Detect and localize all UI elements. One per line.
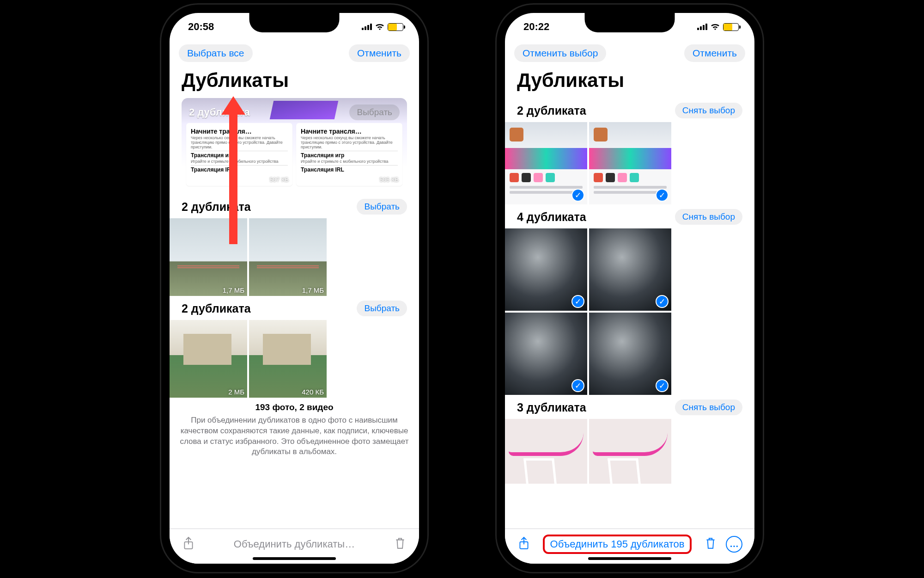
home-indicator	[253, 557, 336, 560]
phone-left: 20:58 Выбрать все Отменить Дубликаты 2 д…	[161, 5, 427, 572]
wifi-icon	[375, 23, 385, 31]
deselect-button[interactable]: Снять выбор	[675, 103, 742, 118]
annotation-arrow	[221, 96, 245, 244]
duplicates-list[interactable]: 2 дубликата Выбрать Начните трансля… Чер…	[170, 98, 419, 529]
file-size: 1,7 МБ	[302, 286, 324, 294]
cellular-icon	[697, 24, 707, 30]
group-title: 2 дубликата	[517, 104, 586, 117]
status-time: 20:22	[523, 21, 549, 33]
share-icon[interactable]	[517, 536, 531, 552]
wifi-icon	[710, 23, 720, 31]
notch	[249, 13, 340, 32]
selected-check-icon: ✓	[656, 189, 669, 202]
trash-icon[interactable]	[393, 536, 407, 552]
group-title: 4 дубликата	[517, 210, 586, 224]
duplicates-list[interactable]: 2 дубликата Снять выбор ✓ ✓	[505, 98, 754, 529]
share-icon[interactable]	[182, 536, 195, 552]
duplicate-group: 2 дубликата Выбрать Начните трансля… Чер…	[182, 98, 407, 191]
deselect-button[interactable]: Отменить выбор	[514, 44, 606, 62]
cancel-button[interactable]: Отменить	[349, 44, 410, 62]
photo-thumb[interactable]: ✓	[505, 228, 587, 311]
page-title: Дубликаты	[170, 68, 419, 98]
annotation-highlight: Объединить 195 дубликатов	[543, 535, 692, 554]
merge-button: Объединить дубликаты…	[234, 538, 355, 550]
deselect-button[interactable]: Снять выбор	[675, 209, 742, 225]
photo-thumb[interactable]: 2 МБ	[170, 320, 247, 398]
more-icon[interactable]: …	[726, 536, 742, 553]
trash-icon[interactable]	[704, 536, 717, 552]
phone-right: 20:22 Отменить выбор Отменить Дубликаты …	[497, 5, 763, 572]
summary-text: 193 фото, 2 видео При объединении дублик…	[170, 398, 419, 466]
photo-thumb[interactable]: 420 КБ	[249, 320, 327, 398]
select-all-button[interactable]: Выбрать все	[179, 44, 253, 62]
home-indicator	[588, 557, 671, 560]
photo-thumb[interactable]: Начните трансля… Через несколько секунд …	[296, 123, 402, 186]
page-title: Дубликаты	[505, 68, 754, 98]
status-time: 20:58	[188, 21, 214, 33]
selected-check-icon: ✓	[571, 189, 584, 202]
group-title: 3 дубликата	[517, 401, 586, 414]
file-size: 2 МБ	[228, 388, 244, 396]
file-size: 505 КБ	[380, 177, 399, 183]
battery-icon	[388, 23, 403, 31]
select-button[interactable]: Выбрать	[357, 301, 407, 316]
photo-thumb[interactable]: ✓	[589, 313, 671, 395]
selected-check-icon: ✓	[656, 295, 669, 308]
cellular-icon	[362, 24, 372, 30]
file-size: 1,7 МБ	[223, 286, 244, 294]
selected-check-icon: ✓	[656, 379, 669, 392]
deselect-button[interactable]: Снять выбор	[675, 400, 742, 415]
notch	[585, 13, 675, 32]
select-button[interactable]: Выбрать	[349, 105, 400, 120]
selected-check-icon: ✓	[571, 295, 584, 308]
selected-check-icon: ✓	[571, 379, 584, 392]
photo-thumb[interactable]: ✓	[589, 228, 671, 311]
cancel-button[interactable]: Отменить	[684, 44, 745, 62]
photo-thumb[interactable]: ✓	[589, 122, 671, 204]
photo-thumb[interactable]	[589, 419, 671, 484]
photo-thumb[interactable]: ✓	[505, 122, 587, 204]
select-button[interactable]: Выбрать	[357, 199, 407, 215]
photo-thumb[interactable]: 1,7 МБ	[249, 218, 327, 296]
photo-thumb[interactable]	[505, 419, 587, 484]
battery-icon	[723, 23, 739, 31]
photo-thumb[interactable]: ✓	[505, 313, 587, 395]
file-size: 507 КБ	[270, 177, 289, 183]
group-title: 2 дубликата	[182, 302, 251, 315]
file-size: 420 КБ	[302, 388, 324, 396]
merge-button[interactable]: Объединить 195 дубликатов	[550, 538, 685, 550]
